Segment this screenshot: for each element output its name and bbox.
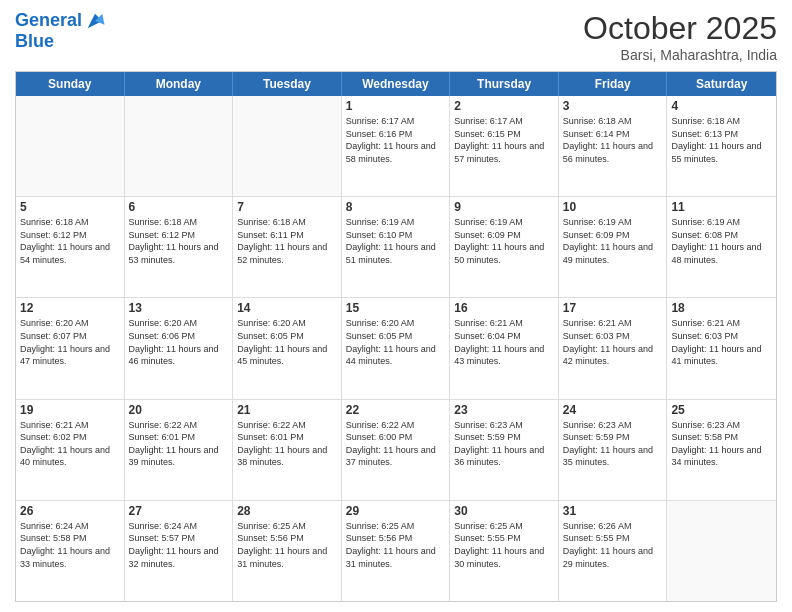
day-info: Sunrise: 6:21 AM Sunset: 6:03 PM Dayligh… [563, 317, 663, 367]
calendar-row-4: 19Sunrise: 6:21 AM Sunset: 6:02 PM Dayli… [16, 400, 776, 501]
calendar-cell-1-5: 2Sunrise: 6:17 AM Sunset: 6:15 PM Daylig… [450, 96, 559, 196]
day-number: 14 [237, 301, 337, 315]
calendar-cell-2-1: 5Sunrise: 6:18 AM Sunset: 6:12 PM Daylig… [16, 197, 125, 297]
calendar-cell-3-3: 14Sunrise: 6:20 AM Sunset: 6:05 PM Dayli… [233, 298, 342, 398]
calendar-cell-4-6: 24Sunrise: 6:23 AM Sunset: 5:59 PM Dayli… [559, 400, 668, 500]
day-number: 10 [563, 200, 663, 214]
day-number: 21 [237, 403, 337, 417]
calendar-cell-5-4: 29Sunrise: 6:25 AM Sunset: 5:56 PM Dayli… [342, 501, 451, 601]
calendar-row-3: 12Sunrise: 6:20 AM Sunset: 6:07 PM Dayli… [16, 298, 776, 399]
day-number: 6 [129, 200, 229, 214]
day-info: Sunrise: 6:26 AM Sunset: 5:55 PM Dayligh… [563, 520, 663, 570]
header-day-wednesday: Wednesday [342, 72, 451, 96]
day-info: Sunrise: 6:17 AM Sunset: 6:16 PM Dayligh… [346, 115, 446, 165]
day-info: Sunrise: 6:19 AM Sunset: 6:10 PM Dayligh… [346, 216, 446, 266]
header-day-saturday: Saturday [667, 72, 776, 96]
day-info: Sunrise: 6:20 AM Sunset: 6:05 PM Dayligh… [346, 317, 446, 367]
page: General Blue October 2025 Barsi, Maharas… [0, 0, 792, 612]
header-day-monday: Monday [125, 72, 234, 96]
calendar-cell-1-7: 4Sunrise: 6:18 AM Sunset: 6:13 PM Daylig… [667, 96, 776, 196]
calendar-cell-2-7: 11Sunrise: 6:19 AM Sunset: 6:08 PM Dayli… [667, 197, 776, 297]
day-number: 9 [454, 200, 554, 214]
logo: General Blue [15, 10, 106, 52]
day-info: Sunrise: 6:18 AM Sunset: 6:14 PM Dayligh… [563, 115, 663, 165]
calendar: SundayMondayTuesdayWednesdayThursdayFrid… [15, 71, 777, 602]
calendar-cell-3-5: 16Sunrise: 6:21 AM Sunset: 6:04 PM Dayli… [450, 298, 559, 398]
header-day-tuesday: Tuesday [233, 72, 342, 96]
calendar-cell-5-3: 28Sunrise: 6:25 AM Sunset: 5:56 PM Dayli… [233, 501, 342, 601]
day-number: 12 [20, 301, 120, 315]
day-info: Sunrise: 6:25 AM Sunset: 5:56 PM Dayligh… [346, 520, 446, 570]
day-number: 4 [671, 99, 772, 113]
day-info: Sunrise: 6:22 AM Sunset: 6:00 PM Dayligh… [346, 419, 446, 469]
day-number: 25 [671, 403, 772, 417]
day-info: Sunrise: 6:23 AM Sunset: 5:58 PM Dayligh… [671, 419, 772, 469]
logo-icon [84, 10, 106, 32]
location: Barsi, Maharashtra, India [583, 47, 777, 63]
calendar-cell-4-4: 22Sunrise: 6:22 AM Sunset: 6:00 PM Dayli… [342, 400, 451, 500]
calendar-cell-2-6: 10Sunrise: 6:19 AM Sunset: 6:09 PM Dayli… [559, 197, 668, 297]
day-number: 28 [237, 504, 337, 518]
day-number: 29 [346, 504, 446, 518]
day-info: Sunrise: 6:18 AM Sunset: 6:12 PM Dayligh… [20, 216, 120, 266]
day-number: 2 [454, 99, 554, 113]
day-info: Sunrise: 6:19 AM Sunset: 6:09 PM Dayligh… [454, 216, 554, 266]
calendar-cell-5-7 [667, 501, 776, 601]
day-number: 16 [454, 301, 554, 315]
logo-text: General [15, 11, 82, 31]
day-number: 13 [129, 301, 229, 315]
day-number: 3 [563, 99, 663, 113]
day-number: 8 [346, 200, 446, 214]
day-info: Sunrise: 6:20 AM Sunset: 6:05 PM Dayligh… [237, 317, 337, 367]
calendar-cell-2-5: 9Sunrise: 6:19 AM Sunset: 6:09 PM Daylig… [450, 197, 559, 297]
calendar-cell-3-4: 15Sunrise: 6:20 AM Sunset: 6:05 PM Dayli… [342, 298, 451, 398]
month-title: October 2025 [583, 10, 777, 47]
calendar-cell-2-4: 8Sunrise: 6:19 AM Sunset: 6:10 PM Daylig… [342, 197, 451, 297]
header: General Blue October 2025 Barsi, Maharas… [15, 10, 777, 63]
logo-text-blue: Blue [15, 31, 54, 51]
calendar-row-1: 1Sunrise: 6:17 AM Sunset: 6:16 PM Daylig… [16, 96, 776, 197]
day-number: 15 [346, 301, 446, 315]
calendar-cell-2-2: 6Sunrise: 6:18 AM Sunset: 6:12 PM Daylig… [125, 197, 234, 297]
day-info: Sunrise: 6:21 AM Sunset: 6:04 PM Dayligh… [454, 317, 554, 367]
day-info: Sunrise: 6:20 AM Sunset: 6:07 PM Dayligh… [20, 317, 120, 367]
calendar-cell-3-7: 18Sunrise: 6:21 AM Sunset: 6:03 PM Dayli… [667, 298, 776, 398]
day-number: 26 [20, 504, 120, 518]
day-info: Sunrise: 6:25 AM Sunset: 5:55 PM Dayligh… [454, 520, 554, 570]
title-block: October 2025 Barsi, Maharashtra, India [583, 10, 777, 63]
day-number: 31 [563, 504, 663, 518]
calendar-cell-3-2: 13Sunrise: 6:20 AM Sunset: 6:06 PM Dayli… [125, 298, 234, 398]
header-day-thursday: Thursday [450, 72, 559, 96]
calendar-row-5: 26Sunrise: 6:24 AM Sunset: 5:58 PM Dayli… [16, 501, 776, 601]
calendar-cell-4-2: 20Sunrise: 6:22 AM Sunset: 6:01 PM Dayli… [125, 400, 234, 500]
calendar-cell-1-1 [16, 96, 125, 196]
day-info: Sunrise: 6:19 AM Sunset: 6:09 PM Dayligh… [563, 216, 663, 266]
day-number: 7 [237, 200, 337, 214]
day-info: Sunrise: 6:18 AM Sunset: 6:11 PM Dayligh… [237, 216, 337, 266]
day-number: 30 [454, 504, 554, 518]
day-info: Sunrise: 6:22 AM Sunset: 6:01 PM Dayligh… [237, 419, 337, 469]
calendar-cell-3-6: 17Sunrise: 6:21 AM Sunset: 6:03 PM Dayli… [559, 298, 668, 398]
calendar-cell-3-1: 12Sunrise: 6:20 AM Sunset: 6:07 PM Dayli… [16, 298, 125, 398]
calendar-cell-4-7: 25Sunrise: 6:23 AM Sunset: 5:58 PM Dayli… [667, 400, 776, 500]
day-info: Sunrise: 6:25 AM Sunset: 5:56 PM Dayligh… [237, 520, 337, 570]
calendar-cell-1-6: 3Sunrise: 6:18 AM Sunset: 6:14 PM Daylig… [559, 96, 668, 196]
calendar-cell-5-1: 26Sunrise: 6:24 AM Sunset: 5:58 PM Dayli… [16, 501, 125, 601]
day-info: Sunrise: 6:18 AM Sunset: 6:12 PM Dayligh… [129, 216, 229, 266]
day-info: Sunrise: 6:21 AM Sunset: 6:02 PM Dayligh… [20, 419, 120, 469]
calendar-cell-5-5: 30Sunrise: 6:25 AM Sunset: 5:55 PM Dayli… [450, 501, 559, 601]
calendar-cell-4-5: 23Sunrise: 6:23 AM Sunset: 5:59 PM Dayli… [450, 400, 559, 500]
day-number: 23 [454, 403, 554, 417]
day-number: 24 [563, 403, 663, 417]
calendar-cell-1-3 [233, 96, 342, 196]
day-info: Sunrise: 6:20 AM Sunset: 6:06 PM Dayligh… [129, 317, 229, 367]
header-day-sunday: Sunday [16, 72, 125, 96]
day-info: Sunrise: 6:18 AM Sunset: 6:13 PM Dayligh… [671, 115, 772, 165]
day-number: 1 [346, 99, 446, 113]
calendar-row-2: 5Sunrise: 6:18 AM Sunset: 6:12 PM Daylig… [16, 197, 776, 298]
calendar-cell-2-3: 7Sunrise: 6:18 AM Sunset: 6:11 PM Daylig… [233, 197, 342, 297]
day-info: Sunrise: 6:24 AM Sunset: 5:57 PM Dayligh… [129, 520, 229, 570]
day-number: 27 [129, 504, 229, 518]
header-day-friday: Friday [559, 72, 668, 96]
day-number: 20 [129, 403, 229, 417]
